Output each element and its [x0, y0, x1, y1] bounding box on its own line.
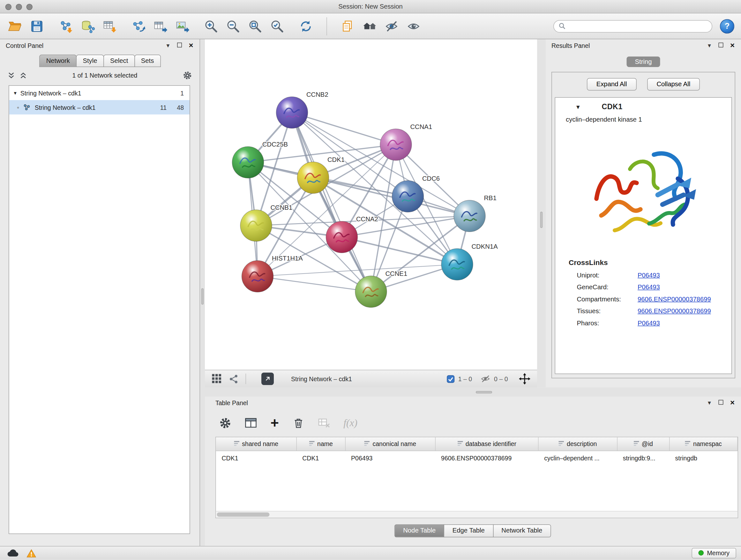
tab-string[interactable]: String — [627, 57, 660, 67]
splitter-handle[interactable] — [540, 212, 543, 228]
import-network-database-button[interactable] — [79, 18, 96, 34]
gene-description: cyclin–dependent kinase 1 — [555, 113, 731, 124]
column-header-database-identifier[interactable]: database identifier — [435, 437, 538, 451]
hidden-eye-slash-icon[interactable] — [480, 374, 491, 383]
entry-expander-icon[interactable]: ▾ — [576, 103, 580, 111]
left-splitter[interactable] — [200, 39, 205, 546]
expander-icon[interactable]: ▾ — [14, 90, 17, 96]
splitter-handle[interactable] — [476, 391, 492, 393]
table-tab-node-table[interactable]: Node Table — [394, 524, 444, 538]
column-header-description[interactable]: description — [538, 437, 617, 451]
help-button[interactable]: ? — [720, 19, 734, 33]
network-node-CDKN1A[interactable] — [441, 249, 473, 280]
table-tab-network-table[interactable]: Network Table — [493, 524, 551, 538]
edge-CDK1-RB1[interactable] — [313, 178, 470, 216]
network-row[interactable]: ● String Network – cdk1 11 48 — [9, 100, 190, 115]
refresh-view-button[interactable] — [298, 18, 314, 34]
table-settings-gear-icon[interactable] — [219, 417, 231, 429]
splitter-handle[interactable] — [201, 288, 204, 305]
right-splitter[interactable] — [537, 39, 546, 388]
horizontal-scrollbar[interactable] — [216, 511, 738, 518]
expand-all-icon[interactable] — [20, 71, 27, 79]
selected-checkbox-icon[interactable] — [447, 375, 455, 383]
collapse-all-button[interactable]: Collapse All — [647, 78, 700, 91]
export-table-button[interactable] — [152, 18, 169, 34]
expand-all-button[interactable]: Expand All — [587, 78, 636, 91]
share-network-icon[interactable] — [229, 374, 239, 384]
column-header-canonical-name[interactable]: canonical name — [345, 437, 435, 451]
import-table-file-button[interactable] — [102, 18, 118, 34]
panel-menu-icon[interactable]: ▾ — [705, 399, 713, 406]
network-node-CCNB1[interactable] — [240, 210, 272, 241]
network-canvas[interactable]: CCNB2CCNA1CDC25BCDK1CDC6RB1CCNB1CCNA2CDK… — [205, 39, 537, 370]
edge-CCNB2-CCNA1[interactable] — [292, 113, 396, 145]
network-node-RB1[interactable] — [454, 200, 485, 232]
network-node-HIST1H1A[interactable] — [242, 260, 273, 292]
edge-HIST1H1A-CCNE1[interactable] — [258, 276, 371, 292]
column-header-shared-name[interactable]: shared name — [216, 437, 297, 451]
open-in-browser-button[interactable] — [261, 373, 274, 385]
cloud-icon[interactable] — [7, 549, 19, 558]
network-collection-row[interactable]: ▾ String Network – cdk1 1 — [9, 86, 190, 100]
save-session-button[interactable] — [29, 18, 45, 34]
close-window-button[interactable] — [5, 4, 12, 10]
search-input[interactable] — [569, 23, 707, 30]
network-node-CDK1[interactable] — [297, 162, 329, 193]
panel-menu-icon[interactable]: ▾ — [705, 42, 713, 49]
clone-network-button[interactable] — [130, 18, 146, 34]
horizontal-splitter[interactable] — [205, 388, 741, 397]
scrollbar-thumb[interactable] — [217, 512, 270, 517]
zoom-fit-button[interactable] — [247, 18, 263, 34]
gear-icon[interactable] — [183, 71, 192, 80]
collection-count: 1 — [175, 89, 184, 97]
create-column-plus-icon[interactable]: + — [271, 417, 279, 429]
pan-move-icon[interactable] — [519, 373, 530, 385]
tab-select[interactable]: Select — [104, 55, 135, 67]
crosslink-genecard-link[interactable]: P06493 — [637, 284, 660, 291]
minimize-window-button[interactable] — [16, 4, 22, 10]
panel-float-icon[interactable] — [176, 42, 184, 49]
panel-close-icon[interactable]: × — [729, 399, 736, 406]
show-all-button[interactable] — [406, 18, 422, 34]
show-columns-icon[interactable] — [245, 417, 257, 429]
zoom-selected-button[interactable] — [269, 18, 285, 34]
crosslink-uniprot-link[interactable]: P06493 — [637, 272, 660, 279]
network-node-CDC25B[interactable] — [232, 146, 264, 178]
import-network-file-button[interactable] — [57, 18, 74, 34]
crosslink-compartments-link[interactable]: 9606.ENSP00000378699 — [637, 296, 711, 303]
network-node-CCNA2[interactable] — [326, 221, 358, 253]
crosslink-tissues-link[interactable]: 9606.ENSP00000378699 — [637, 307, 711, 315]
network-node-CCNB2[interactable] — [276, 97, 308, 128]
birds-eye-view-icon[interactable] — [212, 374, 222, 384]
table-row[interactable]: CDK1CDK1P064939606.ENSP00000378699cyclin… — [216, 451, 738, 463]
memory-button[interactable]: Memory — [692, 548, 736, 558]
tab-network[interactable]: Network — [40, 55, 77, 67]
column-header-name[interactable]: name — [296, 437, 345, 451]
table-tab-edge-table[interactable]: Edge Table — [444, 524, 493, 538]
zoom-in-button[interactable] — [203, 18, 219, 34]
collapse-all-icon[interactable] — [8, 71, 15, 79]
delete-column-trash-icon[interactable] — [292, 417, 305, 429]
tab-style[interactable]: Style — [76, 55, 104, 67]
maximize-window-button[interactable] — [26, 4, 33, 10]
export-image-button[interactable] — [174, 18, 191, 34]
panel-menu-icon[interactable]: ▾ — [164, 42, 172, 49]
column-header-namespac[interactable]: namespac — [670, 437, 738, 451]
hide-selected-button[interactable] — [384, 18, 400, 34]
panel-close-icon[interactable]: × — [187, 42, 195, 49]
panel-float-icon[interactable] — [717, 399, 725, 406]
network-node-CCNE1[interactable] — [355, 276, 387, 307]
copy-button[interactable] — [340, 18, 356, 34]
open-session-button[interactable] — [7, 18, 23, 34]
column-header-at-id[interactable]: @id — [617, 437, 670, 451]
zoom-out-button[interactable] — [225, 18, 241, 34]
panel-close-icon[interactable]: × — [729, 42, 736, 49]
network-node-CCNA1[interactable] — [380, 129, 412, 161]
panel-float-icon[interactable] — [717, 42, 725, 49]
warning-icon[interactable] — [26, 548, 37, 558]
network-node-CDC6[interactable] — [392, 181, 424, 212]
tab-sets[interactable]: Sets — [134, 55, 161, 67]
crosslink-pharos-link[interactable]: P06493 — [637, 320, 660, 327]
string-home-button[interactable] — [361, 18, 378, 34]
edge-CCNB2-CCNE1[interactable] — [292, 113, 371, 292]
